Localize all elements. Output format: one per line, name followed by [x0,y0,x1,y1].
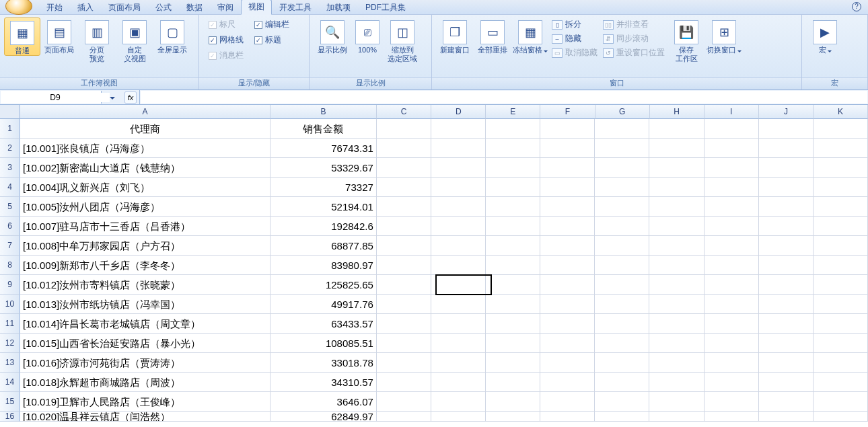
col-header-J[interactable]: J [759,105,813,119]
cell-D11[interactable] [431,314,486,334]
cell-G10[interactable] [595,295,649,314]
cell-D5[interactable] [431,197,486,217]
cell-F7[interactable] [540,236,595,256]
row-header-10[interactable]: 10 [0,295,20,314]
cell-I14[interactable] [704,373,759,392]
col-header-F[interactable]: F [540,105,595,119]
cell-K10[interactable] [813,295,868,314]
cell-J16[interactable] [759,412,813,422]
cell-F6[interactable] [540,217,595,236]
cell-K1[interactable] [813,119,868,139]
chk-formulabar[interactable]: ✓编辑栏 [254,19,289,30]
col-header-E[interactable]: E [486,105,540,119]
new-window-button[interactable]: ❐新建窗口 [436,17,474,54]
cell-I13[interactable] [704,353,759,373]
tab-review[interactable]: 审阅 [210,0,241,15]
cell-K11[interactable] [813,314,868,334]
cell-G8[interactable] [595,256,649,275]
cell-G14[interactable] [595,373,649,392]
cell-F14[interactable] [540,373,595,392]
cell-E15[interactable] [486,392,540,412]
help-icon[interactable]: ? [852,2,861,11]
cell-G7[interactable] [595,236,649,256]
cell-B12[interactable]: 108085.51 [270,334,377,353]
cell-K14[interactable] [813,373,868,392]
row-header-13[interactable]: 13 [0,353,20,373]
cell-A11[interactable]: [10.014]许昌长葛市老城镇店（周文章） [20,314,270,334]
save-workspace-button[interactable]: 💾保存 工作区 [667,17,705,63]
split-button[interactable]: ▯拆分 [552,19,598,30]
cell-C3[interactable] [377,158,431,178]
tab-insert[interactable]: 插入 [70,0,101,15]
cell-J2[interactable] [759,139,813,158]
cell-E6[interactable] [486,217,540,236]
cell-B10[interactable]: 49917.76 [270,295,377,314]
cell-E10[interactable] [486,295,540,314]
cell-A10[interactable]: [10.013]汝州市纸坊镇店（冯幸国） [20,295,270,314]
cell-E7[interactable] [486,236,540,256]
cell-G12[interactable] [595,334,649,353]
cell-E13[interactable] [486,353,540,373]
cell-J1[interactable] [759,119,813,139]
cell-E16[interactable] [486,412,540,422]
cell-D6[interactable] [431,217,486,236]
cell-D2[interactable] [431,139,486,158]
cell-H4[interactable] [649,178,704,197]
cell-A4[interactable]: [10.004]巩义新兴店（刘飞） [20,178,270,197]
cell-D7[interactable] [431,236,486,256]
cell-I1[interactable] [704,119,759,139]
cell-I3[interactable] [704,158,759,178]
row-header-16[interactable]: 16 [0,412,20,422]
cell-A2[interactable]: [10.001]张良镇店（冯海彦） [20,139,270,158]
cell-I12[interactable] [704,334,759,353]
zoom-100-button[interactable]: ⎚ 100% [351,17,384,54]
col-header-G[interactable]: G [595,105,650,119]
cell-C9[interactable] [377,275,431,295]
col-header-K[interactable]: K [813,105,868,119]
cell-E3[interactable] [486,158,540,178]
cell-B15[interactable]: 3646.07 [270,392,377,412]
cell-F5[interactable] [540,197,595,217]
cell-D1[interactable] [431,119,486,139]
cell-A6[interactable]: [10.007]驻马店市十三香店（吕香港） [20,217,270,236]
cell-G11[interactable] [595,314,649,334]
cell-F13[interactable] [540,353,595,373]
cell-J8[interactable] [759,256,813,275]
cell-F1[interactable] [540,119,595,139]
row-header-5[interactable]: 5 [0,197,20,217]
cell-K7[interactable] [813,236,868,256]
cell-H8[interactable] [649,256,704,275]
cell-E1[interactable] [486,119,540,139]
cell-C7[interactable] [377,236,431,256]
tab-pdf[interactable]: PDF工具集 [358,0,413,15]
arrange-all-button[interactable]: ▭全部重排 [474,17,511,54]
cell-I10[interactable] [704,295,759,314]
cell-K3[interactable] [813,158,868,178]
cell-G4[interactable] [595,178,649,197]
hide-button[interactable]: –隐藏 [552,33,598,44]
cell-H14[interactable] [649,373,704,392]
cell-A7[interactable]: [10.008]中牟万邦家园店（户方召） [20,236,270,256]
cell-E11[interactable] [486,314,540,334]
cell-J5[interactable] [759,197,813,217]
cell-C15[interactable] [377,392,431,412]
fx-button[interactable]: fx [124,91,137,104]
cell-C16[interactable] [377,412,431,422]
cell-C4[interactable] [377,178,431,197]
cell-K13[interactable] [813,353,868,373]
tab-addin[interactable]: 加载项 [319,0,358,15]
col-header-B[interactable]: B [270,105,377,119]
cell-A5[interactable]: [10.005]汝州八团店（冯海彦） [20,197,270,217]
cell-B13[interactable]: 33018.78 [270,353,377,373]
cell-E12[interactable] [486,334,540,353]
cell-F12[interactable] [540,334,595,353]
cell-C1[interactable] [377,119,431,139]
cell-H3[interactable] [649,158,704,178]
cell-C5[interactable] [377,197,431,217]
cell-I16[interactable] [704,412,759,422]
cell-B1[interactable]: 销售金额 [270,119,377,139]
cell-E14[interactable] [486,373,540,392]
chk-gridlines[interactable]: ✓网格线 [209,34,244,46]
row-header-15[interactable]: 15 [0,392,20,412]
cell-I5[interactable] [704,197,759,217]
